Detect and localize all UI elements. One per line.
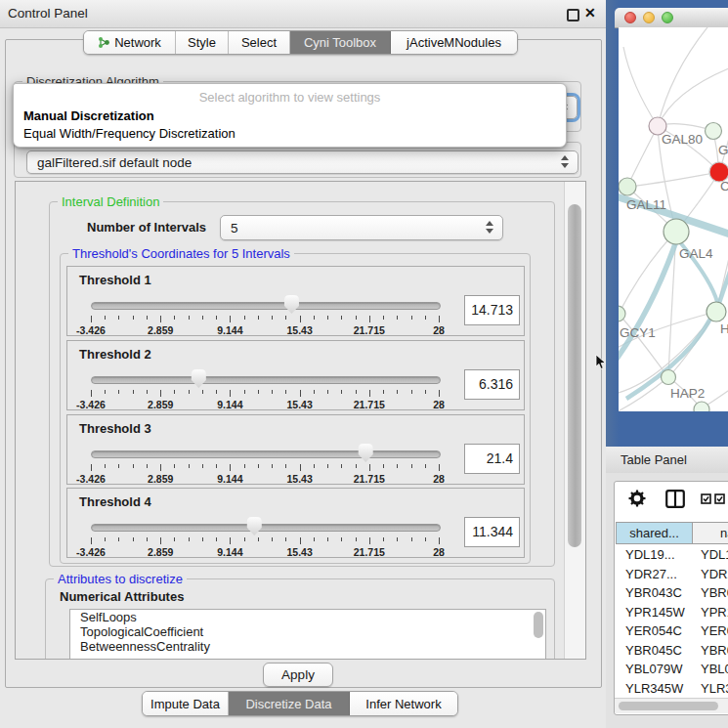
tick-mark (189, 316, 190, 320)
threshold-3-value-field[interactable]: 21.4 (464, 444, 520, 474)
spinner-arrows-icon[interactable] (486, 221, 493, 236)
tick-mark (341, 537, 342, 541)
table-row[interactable]: YPR145WYPR1 (615, 603, 728, 622)
cell-shared-name[interactable]: YPR145W (615, 605, 692, 620)
table-hscrollbar-thumb[interactable] (619, 702, 718, 710)
network-window-titlebar[interactable] (615, 8, 728, 28)
slider-track[interactable] (91, 302, 441, 310)
threshold-1-value-field[interactable]: 14.713 (464, 295, 520, 325)
table-row[interactable]: YER054CYER0 (615, 621, 728, 641)
cell-shared-name[interactable]: YLR345W (615, 681, 692, 696)
network-canvas[interactable]: GAL80 GA C GAL11 GAL4 GCY1 H HAP2 (619, 27, 728, 411)
number-of-intervals-value: 5 (231, 221, 238, 236)
cell-name[interactable]: YPR1 (692, 605, 728, 620)
tab-infer-network[interactable]: Infer Network (350, 692, 457, 715)
threshold-2-value-field[interactable]: 6.316 (464, 369, 520, 400)
svg-text:GAL11: GAL11 (626, 197, 666, 212)
cell-name[interactable]: YBL0 (692, 662, 728, 676)
table-row[interactable]: YDL19...YDL1 (615, 545, 728, 565)
tab-jactivemnodules[interactable]: jActiveMNodules (391, 31, 517, 54)
network-node-gcy1[interactable] (619, 306, 625, 321)
tick-mark (216, 464, 217, 468)
tab-discretize-data[interactable]: Discretize Data (229, 692, 350, 715)
tab-impute-data[interactable]: Impute Data (143, 692, 229, 715)
tick-mark (160, 316, 161, 322)
attribute-list-item[interactable]: BetweennessCentrality (70, 639, 545, 654)
column-header-name[interactable]: na (692, 522, 728, 544)
table-row[interactable]: YDR27...YDR2 (615, 565, 728, 584)
cell-name[interactable]: YBR0 (692, 643, 728, 658)
attribute-list-item[interactable]: TopologicalCoefficient (70, 624, 545, 639)
close-traffic-light[interactable] (624, 12, 636, 23)
tab-network[interactable]: Network (84, 31, 176, 54)
slider-track[interactable] (91, 524, 441, 532)
table-panel-titlebar: Table Panel (606, 447, 728, 474)
thresholds-title: Threshold's Coordinates for 5 Intervals (68, 246, 294, 261)
zoom-traffic-light[interactable] (662, 12, 673, 23)
checkbox-icon[interactable] (701, 493, 711, 504)
slider-thumb[interactable] (246, 516, 263, 536)
network-node-h[interactable] (707, 302, 726, 321)
threshold-4-value-field[interactable]: 11.344 (464, 517, 520, 547)
svg-text:GCY1: GCY1 (620, 325, 656, 340)
apply-button[interactable]: Apply (263, 663, 333, 687)
checkbox-icon[interactable] (714, 493, 725, 504)
pane-scrollbar-thumb[interactable] (568, 204, 581, 547)
table-row[interactable]: YLR345WYLR3 (615, 679, 728, 699)
list-scrollbar-thumb[interactable] (534, 612, 543, 638)
combo-arrows-icon[interactable] (561, 155, 569, 171)
network-node-ga[interactable] (706, 123, 722, 140)
numerical-attributes-list[interactable]: SelfLoopsTopologicalCoefficientBetweenne… (69, 609, 546, 660)
network-node-gal4[interactable] (664, 219, 689, 244)
minimize-traffic-light[interactable] (643, 12, 655, 23)
column-header-shared-name[interactable]: shared... (616, 522, 693, 544)
column-layout-icon[interactable] (665, 490, 685, 508)
algorithm-item-manual[interactable]: Manual Discretization (23, 108, 154, 123)
cell-name[interactable]: YDL1 (692, 547, 728, 562)
tick-mark (327, 316, 328, 320)
slider-thumb[interactable] (358, 443, 374, 463)
cell-shared-name[interactable]: YBL079W (615, 662, 692, 676)
tick-label: 2.859 (148, 399, 173, 410)
tab-style[interactable]: Style (176, 31, 229, 54)
slider-thumb[interactable] (283, 294, 300, 315)
cell-name[interactable]: YBR0 (692, 585, 728, 600)
attribute-list-item[interactable]: SelfLoops (70, 610, 545, 624)
slider-track[interactable] (91, 450, 441, 458)
tab-select[interactable]: Select (229, 31, 290, 54)
table-data-combobox[interactable]: galFiltered.sif default node (26, 150, 578, 174)
cell-shared-name[interactable]: YDL19... (615, 547, 692, 562)
table-row[interactable]: YBR045CYBR0 (615, 641, 728, 661)
table-row[interactable]: YBL079WYBL0 (615, 660, 728, 679)
interval-definition-group: Interval Definition Number of Intervals … (49, 201, 555, 567)
tick-label: 15.43 (286, 399, 312, 410)
cell-name[interactable]: YDR2 (692, 567, 728, 581)
network-node-bottom[interactable] (694, 402, 709, 411)
cell-name[interactable]: YLR3 (692, 681, 728, 696)
slider-track[interactable] (91, 376, 441, 384)
algorithm-item-equal-width[interactable]: Equal Width/Frequency Discretization (23, 126, 236, 141)
screenshot-root: Control Panel ✕ NetworkStyleSelectCyni T… (0, 0, 728, 728)
network-node-hap2[interactable] (662, 370, 676, 385)
float-window-icon[interactable] (567, 9, 579, 21)
pane-scrollbar-track[interactable] (564, 182, 585, 659)
cell-name[interactable]: YER0 (692, 623, 728, 638)
network-node-gal11[interactable] (619, 178, 636, 195)
tick-mark (425, 390, 426, 394)
cell-shared-name[interactable]: YDR27... (615, 567, 692, 581)
tick-mark (258, 390, 259, 394)
cell-shared-name[interactable]: YBR043C (615, 585, 692, 600)
tick-mark (189, 390, 190, 394)
settings-gear-icon[interactable] (628, 490, 646, 507)
cell-shared-name[interactable]: YER054C (615, 623, 692, 638)
table-hscrollbar-track[interactable] (615, 698, 728, 713)
number-of-intervals-spinner[interactable]: 5 (220, 215, 503, 240)
table-row[interactable]: YBR043CYBR0 (615, 583, 728, 603)
tab-cyni-toolbox[interactable]: Cyni Toolbox (290, 31, 391, 54)
tick-mark (439, 316, 440, 322)
cell-shared-name[interactable]: YBR045C (615, 643, 692, 658)
slider-thumb[interactable] (191, 368, 207, 389)
tab-label: Impute Data (150, 697, 220, 711)
tick-mark (300, 316, 301, 322)
close-icon[interactable]: ✕ (584, 5, 596, 21)
